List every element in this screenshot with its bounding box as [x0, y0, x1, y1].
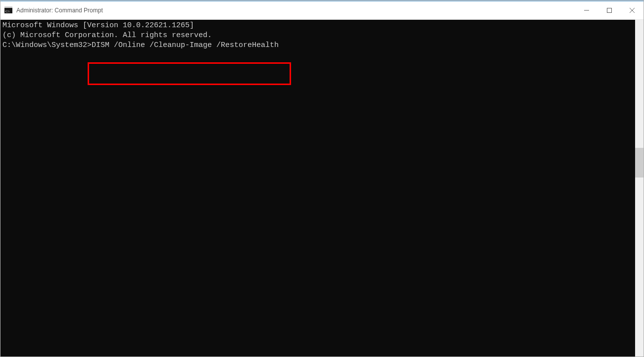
terminal-line: (c) Microsoft Corporation. All rights re… — [2, 31, 642, 41]
scrollbar-track[interactable] — [635, 20, 644, 357]
minimize-button[interactable] — [575, 1, 598, 19]
terminal-prompt-line: C:\Windows\System32>DISM /Online /Cleanu… — [2, 41, 642, 50]
window-controls — [575, 1, 644, 19]
terminal-line: Microsoft Windows [Version 10.0.22621.12… — [2, 21, 642, 31]
cmd-icon: C:\ — [4, 6, 12, 14]
titlebar[interactable]: C:\ Administrator: Command Prompt — [0, 1, 644, 20]
svg-rect-1 — [4, 6, 12, 8]
terminal-output[interactable]: Microsoft Windows [Version 10.0.22621.12… — [0, 20, 644, 357]
command-prompt-window: C:\ Administrator: Command Prompt Micros… — [0, 0, 644, 357]
prompt-path: C:\Windows\System32> — [2, 41, 92, 49]
typed-command: DISM /Online /Cleanup-Image /RestoreHeal… — [92, 41, 279, 49]
scrollbar-thumb[interactable] — [635, 148, 644, 178]
maximize-button[interactable] — [598, 1, 621, 19]
svg-text:C:\: C:\ — [5, 9, 10, 13]
window-title: Administrator: Command Prompt — [16, 7, 575, 14]
annotation-highlight-box — [88, 62, 291, 85]
svg-rect-4 — [607, 8, 612, 13]
close-button[interactable] — [621, 1, 644, 19]
